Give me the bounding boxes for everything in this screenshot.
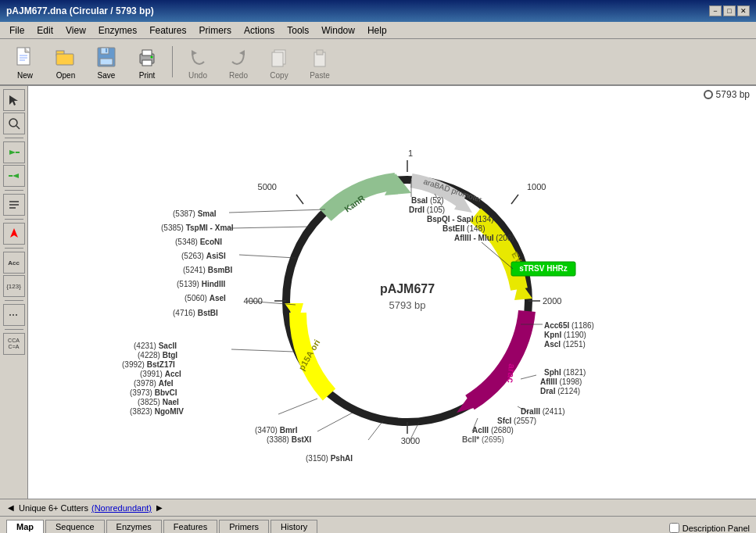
paste-button[interactable]: Paste xyxy=(301,41,339,82)
menu-bar: File Edit View Enzymes Features Primers … xyxy=(0,22,756,39)
sidebar-acc-tool[interactable]: Acc xyxy=(3,252,25,274)
svg-line-102 xyxy=(231,349,294,352)
new-label: New xyxy=(17,71,33,80)
sidebar-select-tool[interactable] xyxy=(3,89,25,111)
menu-help[interactable]: Help xyxy=(361,23,393,38)
menu-file[interactable]: File xyxy=(3,23,30,38)
svg-text:SphI (1821): SphI (1821) xyxy=(544,368,586,377)
sidebar-separator-1 xyxy=(5,138,23,138)
undo-label: Undo xyxy=(188,71,207,80)
svg-text:(3973) BbvCI: (3973) BbvCI xyxy=(130,388,177,397)
save-button[interactable]: Save xyxy=(88,41,125,82)
sidebar-cca-tool[interactable]: CCAC=A xyxy=(3,333,25,355)
close-button[interactable]: ✕ xyxy=(737,5,750,16)
desc-panel-checkbox[interactable] xyxy=(669,523,679,533)
redo-label: Redo xyxy=(229,71,248,80)
copy-button[interactable]: Copy xyxy=(260,41,298,82)
title-bar: pAJM677.dna (Circular / 5793 bp) − □ ✕ xyxy=(0,0,756,22)
svg-text:(3150) PshAI: (3150) PshAI xyxy=(306,454,353,463)
print-label: Print xyxy=(139,71,156,80)
paste-label: Paste xyxy=(310,71,330,80)
menu-tools[interactable]: Tools xyxy=(281,23,315,38)
new-button[interactable]: New xyxy=(6,41,44,82)
toolbar-separator-1 xyxy=(172,46,173,77)
svg-text:(5241) BsmBI: (5241) BsmBI xyxy=(183,266,233,274)
svg-text:DrdI (105): DrdI (105) xyxy=(409,206,445,214)
menu-window[interactable]: Window xyxy=(315,23,361,38)
sidebar-pointer-tool[interactable] xyxy=(3,223,25,245)
sidebar-arrow-right[interactable] xyxy=(3,141,25,163)
sidebar-123-tool[interactable]: {123} xyxy=(3,275,25,297)
svg-rect-11 xyxy=(142,50,152,55)
print-button[interactable]: Print xyxy=(128,41,166,82)
canvas-area[interactable]: 5793 bp 1 1000 2000 3000 4000 5000 xyxy=(28,86,756,499)
svg-line-32 xyxy=(511,195,518,204)
tab-sequence[interactable]: Sequence xyxy=(45,520,105,533)
plasmid-map: 1 1000 2000 3000 4000 5000 KanR araBAD p… xyxy=(28,86,755,485)
sidebar-lines-tool[interactable] xyxy=(3,194,25,216)
svg-text:(5387) SmaI: (5387) SmaI xyxy=(173,209,217,218)
123-label: {123} xyxy=(6,283,21,290)
bottom-bar: ◀ Unique 6+ Cutters (Nonredundant) ▶ xyxy=(0,499,756,516)
svg-line-21 xyxy=(16,126,20,129)
redo-icon xyxy=(226,45,251,70)
svg-line-95 xyxy=(521,375,536,379)
tab-features[interactable]: Features xyxy=(163,520,217,533)
tab-enzymes[interactable]: Enzymes xyxy=(106,520,162,533)
svg-text:arac: arac xyxy=(505,363,518,384)
svg-rect-9 xyxy=(106,48,107,52)
copy-icon xyxy=(267,45,292,70)
svg-text:(5060) AseI: (5060) AseI xyxy=(185,294,226,302)
svg-marker-14 xyxy=(192,50,197,55)
svg-text:pAJM677: pAJM677 xyxy=(380,282,435,295)
menu-enzymes[interactable]: Enzymes xyxy=(92,23,143,38)
menu-actions[interactable]: Actions xyxy=(238,23,281,38)
menu-view[interactable]: View xyxy=(59,23,92,38)
sidebar-arrow-left[interactable] xyxy=(3,165,25,187)
svg-text:DraIII (2411): DraIII (2411) xyxy=(521,407,565,416)
open-button[interactable]: Open xyxy=(47,41,84,82)
svg-rect-7 xyxy=(101,48,109,54)
sidebar-dash-tool[interactable] xyxy=(3,304,25,326)
menu-features[interactable]: Features xyxy=(143,23,192,38)
svg-marker-15 xyxy=(239,50,245,55)
svg-rect-12 xyxy=(142,60,152,66)
sidebar-separator-3 xyxy=(5,219,23,220)
svg-line-99 xyxy=(368,420,384,440)
tab-map[interactable]: Map xyxy=(6,520,44,533)
sidebar-separator-5 xyxy=(5,300,23,301)
toolbar: New Open Save xyxy=(0,39,756,86)
sidebar-separator-2 xyxy=(5,190,23,191)
minimize-button[interactable]: − xyxy=(709,5,722,16)
svg-text:(4716) BstBI: (4716) BstBI xyxy=(173,309,218,317)
redo-button[interactable]: Redo xyxy=(220,41,257,82)
maximize-button[interactable]: □ xyxy=(723,5,736,16)
svg-text:(3992) BstZ17I: (3992) BstZ17I xyxy=(122,360,175,369)
tab-primers[interactable]: Primers xyxy=(219,520,269,533)
svg-text:3000: 3000 xyxy=(401,436,420,445)
svg-text:1000: 1000 xyxy=(527,182,546,191)
nonredundant-link[interactable]: (Nonredundant) xyxy=(91,503,152,513)
svg-text:BclI* (2695): BclI* (2695) xyxy=(462,435,504,444)
svg-text:(5348) EcoNI: (5348) EcoNI xyxy=(175,238,222,246)
scroll-right[interactable]: ▶ xyxy=(155,503,164,512)
unique-cutters-label: Unique 6+ Cutters xyxy=(19,503,88,513)
menu-edit[interactable]: Edit xyxy=(30,23,59,38)
svg-text:AflIII - MluI (206): AflIII - MluI (206) xyxy=(454,234,514,242)
menu-primers[interactable]: Primers xyxy=(193,23,238,38)
svg-line-106 xyxy=(229,209,325,213)
scroll-left[interactable]: ◀ xyxy=(6,503,16,512)
svg-text:SfcI (2557): SfcI (2557) xyxy=(497,417,536,425)
svg-text:DraI (2124): DraI (2124) xyxy=(540,387,580,395)
svg-text:(3978) AfeI: (3978) AfeI xyxy=(134,379,174,388)
description-panel-toggle[interactable]: Description Panel xyxy=(669,523,750,533)
svg-text:sTRSV HHRz: sTRSV HHRz xyxy=(519,264,568,273)
svg-text:5000: 5000 xyxy=(258,182,277,191)
tab-history[interactable]: History xyxy=(271,520,317,533)
desc-panel-label: Description Panel xyxy=(683,524,750,533)
undo-button[interactable]: Undo xyxy=(179,41,217,82)
new-icon xyxy=(13,45,38,70)
svg-line-100 xyxy=(317,413,353,431)
sidebar-zoom-tool[interactable] xyxy=(3,113,25,134)
svg-text:(4231) SacII: (4231) SacII xyxy=(134,342,177,350)
